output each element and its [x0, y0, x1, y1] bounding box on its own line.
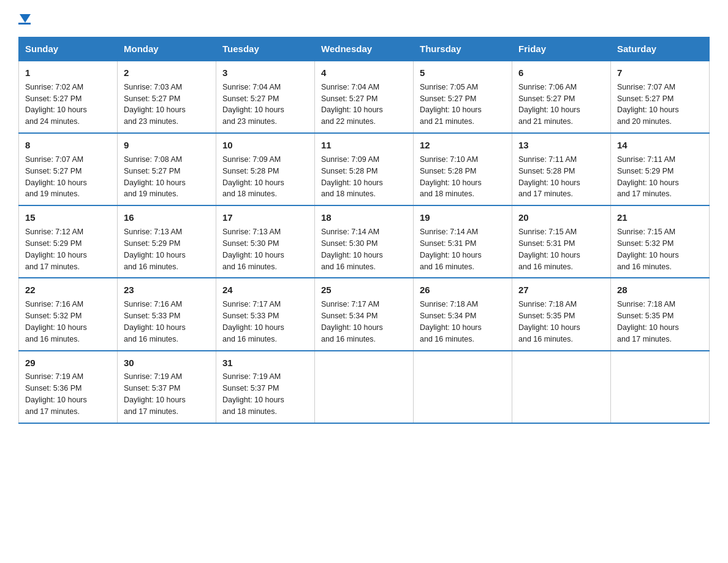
day-info: Sunrise: 7:19 AMSunset: 5:36 PMDaylight:… — [25, 372, 87, 416]
day-info: Sunrise: 7:18 AMSunset: 5:35 PMDaylight:… — [617, 300, 679, 343]
day-number: 8 — [25, 139, 111, 152]
day-number: 1 — [25, 66, 111, 80]
week-row-3: 15Sunrise: 7:12 AMSunset: 5:29 PMDayligh… — [19, 205, 710, 278]
page-header — [18, 12, 710, 25]
day-info: Sunrise: 7:02 AMSunset: 5:27 PMDaylight:… — [25, 83, 87, 126]
day-number: 31 — [222, 356, 308, 370]
day-info: Sunrise: 7:11 AMSunset: 5:29 PMDaylight:… — [617, 155, 679, 199]
weekday-header-friday: Friday — [512, 37, 611, 61]
day-info: Sunrise: 7:19 AMSunset: 5:37 PMDaylight:… — [124, 372, 186, 416]
day-number: 28 — [617, 283, 703, 297]
weekday-header-tuesday: Tuesday — [216, 37, 315, 61]
weekday-header-wednesday: Wednesday — [315, 37, 414, 61]
logo-triangle-icon — [20, 14, 31, 23]
logo — [18, 15, 31, 25]
day-number: 15 — [25, 211, 111, 224]
day-number: 23 — [124, 283, 210, 297]
day-number: 7 — [617, 66, 703, 80]
calendar-cell: 4Sunrise: 7:04 AMSunset: 5:27 PMDaylight… — [315, 61, 414, 133]
day-info: Sunrise: 7:10 AMSunset: 5:28 PMDaylight:… — [420, 155, 482, 199]
calendar-cell: 18Sunrise: 7:14 AMSunset: 5:30 PMDayligh… — [315, 205, 414, 278]
day-info: Sunrise: 7:04 AMSunset: 5:27 PMDaylight:… — [321, 83, 383, 126]
day-info: Sunrise: 7:13 AMSunset: 5:29 PMDaylight:… — [124, 228, 186, 271]
day-info: Sunrise: 7:17 AMSunset: 5:33 PMDaylight:… — [222, 300, 284, 343]
day-number: 14 — [617, 139, 703, 152]
day-info: Sunrise: 7:19 AMSunset: 5:37 PMDaylight:… — [222, 372, 284, 416]
day-number: 17 — [222, 211, 308, 224]
logo-underline — [18, 23, 31, 25]
day-number: 9 — [124, 139, 210, 152]
day-info: Sunrise: 7:18 AMSunset: 5:35 PMDaylight:… — [518, 300, 580, 343]
calendar-cell: 28Sunrise: 7:18 AMSunset: 5:35 PMDayligh… — [611, 278, 710, 350]
calendar-cell: 12Sunrise: 7:10 AMSunset: 5:28 PMDayligh… — [414, 133, 512, 205]
day-number: 11 — [321, 139, 407, 152]
day-info: Sunrise: 7:15 AMSunset: 5:31 PMDaylight:… — [518, 228, 580, 271]
week-row-1: 1Sunrise: 7:02 AMSunset: 5:27 PMDaylight… — [19, 61, 710, 133]
day-number: 2 — [124, 66, 210, 80]
calendar-cell: 22Sunrise: 7:16 AMSunset: 5:32 PMDayligh… — [19, 278, 118, 350]
day-number: 10 — [222, 139, 308, 152]
weekday-header-saturday: Saturday — [611, 37, 710, 61]
day-info: Sunrise: 7:09 AMSunset: 5:28 PMDaylight:… — [321, 155, 383, 199]
day-info: Sunrise: 7:16 AMSunset: 5:32 PMDaylight:… — [25, 300, 87, 343]
day-info: Sunrise: 7:07 AMSunset: 5:27 PMDaylight:… — [617, 83, 679, 126]
calendar-cell: 2Sunrise: 7:03 AMSunset: 5:27 PMDaylight… — [118, 61, 216, 133]
day-number: 4 — [321, 66, 407, 80]
calendar-cell: 7Sunrise: 7:07 AMSunset: 5:27 PMDaylight… — [611, 61, 710, 133]
day-number: 27 — [518, 283, 604, 297]
day-info: Sunrise: 7:11 AMSunset: 5:28 PMDaylight:… — [518, 155, 580, 199]
calendar-cell: 14Sunrise: 7:11 AMSunset: 5:29 PMDayligh… — [611, 133, 710, 205]
day-info: Sunrise: 7:07 AMSunset: 5:27 PMDaylight:… — [25, 155, 87, 199]
day-number: 30 — [124, 356, 210, 370]
calendar-cell: 9Sunrise: 7:08 AMSunset: 5:27 PMDaylight… — [118, 133, 216, 205]
day-number: 26 — [420, 283, 506, 297]
calendar-cell: 29Sunrise: 7:19 AMSunset: 5:36 PMDayligh… — [19, 351, 118, 423]
day-info: Sunrise: 7:05 AMSunset: 5:27 PMDaylight:… — [420, 83, 482, 126]
calendar-cell: 20Sunrise: 7:15 AMSunset: 5:31 PMDayligh… — [512, 205, 611, 278]
day-info: Sunrise: 7:16 AMSunset: 5:33 PMDaylight:… — [124, 300, 186, 343]
calendar-cell — [611, 351, 710, 423]
day-info: Sunrise: 7:15 AMSunset: 5:32 PMDaylight:… — [617, 228, 679, 271]
calendar-cell — [315, 351, 414, 423]
week-row-4: 22Sunrise: 7:16 AMSunset: 5:32 PMDayligh… — [19, 278, 710, 350]
calendar-cell: 24Sunrise: 7:17 AMSunset: 5:33 PMDayligh… — [216, 278, 315, 350]
calendar-cell: 23Sunrise: 7:16 AMSunset: 5:33 PMDayligh… — [118, 278, 216, 350]
calendar-cell: 6Sunrise: 7:06 AMSunset: 5:27 PMDaylight… — [512, 61, 611, 133]
calendar-table: SundayMondayTuesdayWednesdayThursdayFrid… — [18, 37, 710, 424]
day-info: Sunrise: 7:18 AMSunset: 5:34 PMDaylight:… — [420, 300, 482, 343]
calendar-cell: 17Sunrise: 7:13 AMSunset: 5:30 PMDayligh… — [216, 205, 315, 278]
calendar-cell: 31Sunrise: 7:19 AMSunset: 5:37 PMDayligh… — [216, 351, 315, 423]
day-info: Sunrise: 7:12 AMSunset: 5:29 PMDaylight:… — [25, 228, 87, 271]
day-number: 24 — [222, 283, 308, 297]
day-number: 16 — [124, 211, 210, 224]
day-info: Sunrise: 7:13 AMSunset: 5:30 PMDaylight:… — [222, 228, 284, 271]
day-number: 25 — [321, 283, 407, 297]
weekday-header-sunday: Sunday — [19, 37, 118, 61]
weekday-header-monday: Monday — [118, 37, 216, 61]
calendar-cell: 27Sunrise: 7:18 AMSunset: 5:35 PMDayligh… — [512, 278, 611, 350]
day-number: 5 — [420, 66, 506, 80]
day-info: Sunrise: 7:06 AMSunset: 5:27 PMDaylight:… — [518, 83, 580, 126]
day-number: 13 — [518, 139, 604, 152]
day-number: 20 — [518, 211, 604, 224]
calendar-cell — [414, 351, 512, 423]
day-info: Sunrise: 7:04 AMSunset: 5:27 PMDaylight:… — [222, 83, 284, 126]
weekday-header-row: SundayMondayTuesdayWednesdayThursdayFrid… — [19, 37, 710, 61]
day-number: 12 — [420, 139, 506, 152]
calendar-cell: 15Sunrise: 7:12 AMSunset: 5:29 PMDayligh… — [19, 205, 118, 278]
week-row-5: 29Sunrise: 7:19 AMSunset: 5:36 PMDayligh… — [19, 351, 710, 423]
calendar-cell: 21Sunrise: 7:15 AMSunset: 5:32 PMDayligh… — [611, 205, 710, 278]
day-number: 29 — [25, 356, 111, 370]
calendar-cell: 16Sunrise: 7:13 AMSunset: 5:29 PMDayligh… — [118, 205, 216, 278]
day-number: 21 — [617, 211, 703, 224]
weekday-header-thursday: Thursday — [414, 37, 512, 61]
calendar-cell: 1Sunrise: 7:02 AMSunset: 5:27 PMDaylight… — [19, 61, 118, 133]
day-number: 6 — [518, 66, 604, 80]
calendar-cell: 5Sunrise: 7:05 AMSunset: 5:27 PMDaylight… — [414, 61, 512, 133]
day-number: 18 — [321, 211, 407, 224]
day-number: 19 — [420, 211, 506, 224]
calendar-cell: 19Sunrise: 7:14 AMSunset: 5:31 PMDayligh… — [414, 205, 512, 278]
day-info: Sunrise: 7:03 AMSunset: 5:27 PMDaylight:… — [124, 83, 186, 126]
calendar-cell: 30Sunrise: 7:19 AMSunset: 5:37 PMDayligh… — [118, 351, 216, 423]
day-info: Sunrise: 7:17 AMSunset: 5:34 PMDaylight:… — [321, 300, 383, 343]
